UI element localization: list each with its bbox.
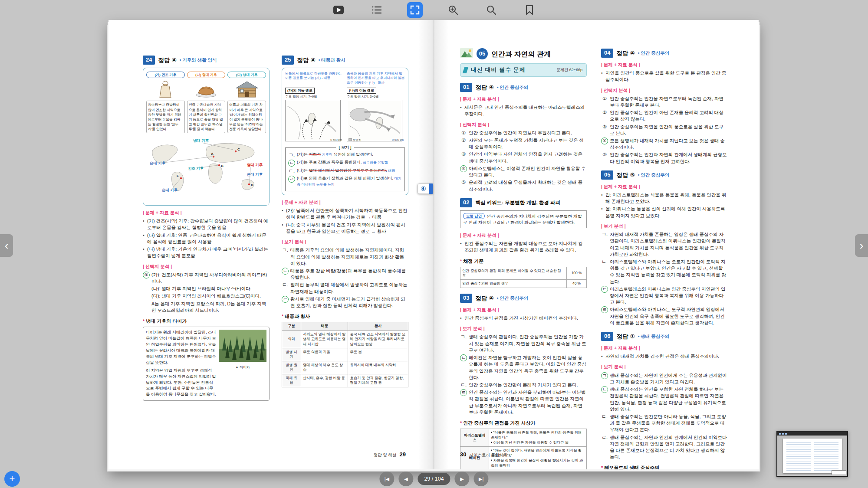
map-point-c: C bbox=[237, 147, 240, 151]
question-02-header: 02 핵심 키워드: 무분별한 개발, 환경 파괴 bbox=[460, 198, 587, 207]
taiga-note-header: *냉대 기후의 타이가 bbox=[143, 318, 270, 325]
map-label-temperate-1: 온대 기후 bbox=[150, 161, 166, 165]
footer-label: 자이스토리 통합사회 1 bbox=[469, 452, 511, 458]
bogi-analysis-header: | 보기 분석 | bbox=[282, 239, 408, 245]
legend-label: 발원지 bbox=[353, 138, 362, 142]
topic-label: • 태풍과 황사 bbox=[319, 57, 345, 63]
climate-label: (다) 냉대 기후 bbox=[227, 72, 266, 79]
taiga-photo: ▲ 타이가 bbox=[219, 330, 266, 398]
answer-label: 정답 ④ bbox=[158, 56, 176, 65]
analysis-header: | 문제 + 자료 분석 | bbox=[460, 232, 587, 239]
bogi-box: [ 보기 ] ㄱ. (가)는 지형적 기후적 요인에 의해 발생한다. ㄴ (가… bbox=[285, 147, 405, 191]
analysis-item: 인간 중심주의는 자연을 개발의 대상으로 보아 지나치게 강조되면 생태계 파… bbox=[460, 240, 587, 253]
choice-item: (다): 냉대 기후 지역인 러시아의 베르호얀스크(C)이다. bbox=[143, 293, 270, 299]
bookmark-icon[interactable] bbox=[522, 2, 537, 18]
prev-page-button[interactable]: ◀ bbox=[398, 472, 413, 486]
climate-card: (나) 열대 기후 연중 고온다습한 지역으로 음식이 쉽게 상하기 때문에 향… bbox=[187, 72, 226, 133]
choice-item: ⑤윤리적 고려의 대상을 무생물까지 확대하는 것은 생태 중심주의이다. bbox=[460, 179, 587, 192]
choice-item: ④ (가): 건조(사막) 기후 지역인 사우디아라비아의 리야드(B)이다. bbox=[143, 272, 270, 285]
page-indicator[interactable]: 29 / 104 bbox=[418, 473, 450, 485]
chevron-left-icon: ‹ bbox=[5, 239, 9, 252]
correct-answer-mark: ④ bbox=[143, 272, 150, 278]
analysis-list: (가) 건조(사막) 기후: 강수량보다 증발량이 많아 건조하여 예로부터 온… bbox=[143, 218, 270, 259]
bogi-analysis-item: ㄱ.자연의 내재적 가치를 존중하는 입장은 생태 중심주의 자연관이다. 아리… bbox=[601, 231, 728, 258]
thinkers-header: *인간 중심주의 관점을 가진 사상가 bbox=[460, 420, 587, 427]
model-answer-chip: 모범 답안 bbox=[463, 213, 485, 219]
map-title: (가)의 이동 경로 bbox=[285, 88, 315, 94]
analysis-header: | 문제 + 자료 분석 | bbox=[601, 62, 728, 68]
choice-item: ②자연의 모든 존재가 도덕적 가치를 지닌다고 보는 것은 생태 중심주의이다… bbox=[460, 137, 587, 150]
left-page-footer: 정답 및 해설 29 bbox=[374, 451, 406, 458]
question-24-header: 24 정답 ④ • 기후와 생활 양식 bbox=[143, 56, 270, 65]
correction-note: 기후적 bbox=[322, 153, 332, 157]
thinker-row: 아리스토텔레스• "식물은 동물의 생존을 위해, 동물은 인간의 생존을 위해… bbox=[460, 429, 587, 446]
next-page-arrow[interactable]: › bbox=[855, 234, 868, 257]
bogi-analysis-item: ㄱ생태 중심주의는 자연이 인간에게 주는 유용성과 관계없이 그 자체로 존중… bbox=[601, 372, 728, 385]
map-label-temperate-3: 온대 기후 bbox=[162, 188, 178, 192]
left-column-2: 25 정답 ④ • 태풍과 황사 남쪽에서 북쪽으로 한반도를 관통하는 이동 … bbox=[282, 55, 408, 387]
bogi-analysis-item: ㄴ생태 중심주의는 인간을 포함한 자연 전체를 하나로 보는 전일론적 관점을… bbox=[601, 386, 728, 413]
last-page-button[interactable]: ▶| bbox=[474, 472, 489, 486]
choice-item: ③인간의 이익보다 자연 전체의 안정을 먼저 고려하는 것은 생태 중심주의이… bbox=[460, 151, 587, 164]
thinkers-table: 아리스토텔레스• "식물은 동물의 생존을 위해, 동물은 인간의 생존을 위해… bbox=[460, 429, 587, 469]
answer-label: 정답 ④ bbox=[616, 49, 635, 58]
analysis-item: (나): 중국 서부와 몽골의 건조 기후 지역에서 발원하여 편서풍을 타고 … bbox=[282, 222, 408, 235]
add-button[interactable]: + bbox=[4, 471, 20, 487]
prev-page-arrow[interactable]: ‹ bbox=[0, 234, 13, 257]
choice-text: (나): 열대 기후 지역인 브라질의 마나우스(E)이다. bbox=[151, 285, 251, 292]
marker-tab-handle bbox=[429, 183, 433, 194]
unit-title: 인간과 자연의 관계 bbox=[491, 49, 551, 59]
rubric-title: 채점 기준 bbox=[463, 259, 483, 264]
next-page-button[interactable]: ▶ bbox=[455, 472, 470, 486]
first-page-button[interactable]: |◀ bbox=[379, 472, 394, 486]
topic-label: • 기후와 생활 양식 bbox=[180, 57, 217, 63]
bogi-item: ㄹ (나)로 인해 호흡기 질환과 같은 신체 피해가 발생한다. 대기 중 미… bbox=[288, 176, 402, 187]
banner-title: 내신 대비 필수 문제 bbox=[471, 66, 526, 74]
analysis-item: 갑: 아리스토텔레스는 식물은 동물을 위해, 동물은 인간을 위해 존재한다고… bbox=[601, 192, 728, 205]
map-legend: 발원지 bbox=[349, 138, 362, 142]
analysis-item: 자연의 내재적 가치를 강조한 관점은 생태 중심주의이다. bbox=[601, 353, 728, 360]
bogi-text: (나)는 열대 해상에서 발생하여 고위도로 이동한다. 태풍 bbox=[297, 168, 395, 174]
chevron-right-icon: › bbox=[860, 239, 864, 252]
bogi-text: (가)는 지형적 기후적 요인에 의해 발생한다. bbox=[297, 152, 373, 157]
rubric-header: *채점 기준 bbox=[460, 258, 587, 265]
annotation-yellow-dust: 중국과 몽골의 건조 기후 지역에서 발원하여 편서풍을 타고 우리나라와 일본… bbox=[347, 72, 405, 85]
analysis-item: 제시문은 고대 인간 중심주의를 대표하는 아리스토텔레스의 주장이다. bbox=[460, 104, 587, 117]
book-spread: 24 정답 ④ • 기후와 생활 양식 (가) 건조 기후 강수량보다 증발량이… bbox=[108, 20, 759, 469]
choices-header: | 선택지 분석 | bbox=[460, 121, 587, 128]
desert-clothing-illustration bbox=[146, 79, 185, 99]
topic-label: • 인간 중심주의 bbox=[497, 295, 529, 301]
table-row: 발생 원인 열대 해상의 해수 온도 상승 유라시아 대륙 내부의 사막화 bbox=[282, 361, 408, 374]
nature-icon bbox=[460, 48, 473, 60]
path-maps: (가)의 이동 경로 주요 발생 시기: 7~9월 bbox=[285, 87, 405, 143]
table-row: 발생 시기 주로 여름과 가을 주로 봄 bbox=[282, 348, 408, 361]
bogi-analysis-item: ㄱ.생태 중심주의 관점이다. 인간 중심주의는 인간을 가장 가치 있는 존재… bbox=[460, 334, 587, 354]
unit-number: 05 bbox=[477, 48, 488, 59]
thumbnail-page-label bbox=[832, 470, 846, 475]
question-number-badge: 05 bbox=[601, 170, 613, 180]
typhoon-dust-table: 구분 태풍 황사 의미 저위도의 열대 해상에서 발생해 고위도로 이동하는 열… bbox=[282, 322, 408, 387]
answer-marker-tab[interactable]: ④ bbox=[418, 183, 433, 194]
fullscreen-icon[interactable] bbox=[407, 2, 423, 18]
analysis-item: (가) 건조(사막) 기후: 강수량보다 증발량이 많아 건조하여 예로부터 온… bbox=[143, 218, 270, 231]
analysis-header: | 문제 + 자료 분석 | bbox=[601, 345, 728, 351]
bogi-analysis-item: ㄹ 황사로 인해 대기 중 미세먼지 농도가 급격히 상승하게 되면 호흡기, … bbox=[282, 296, 408, 309]
taiga-note-text: 타이가는 원래 시베리아에 발달한, 소나무처럼 잎이 바늘같이 뾰족한 나무가… bbox=[146, 330, 216, 398]
choice-text: A는 온대 기후 지역인 프랑스의 파리, D는 온대 기후 지역인 오스트레일… bbox=[151, 301, 270, 314]
analysis-header: | 문제 + 자료 분석 | bbox=[460, 96, 587, 102]
toc-icon[interactable] bbox=[369, 2, 385, 18]
search-icon[interactable] bbox=[483, 2, 499, 18]
choice-text: (가): 건조(사막) 기후 지역인 사우디아라비아의 리야드(B)이다. bbox=[151, 272, 270, 285]
choice-item: ④아리스토텔레스는 이성적 존재인 인간이 자연을 활용할 수 있다고 본다. bbox=[460, 165, 587, 178]
answer-label: 정답 ④ bbox=[297, 56, 315, 65]
media-icon[interactable] bbox=[331, 2, 346, 18]
choice-text: (다): 냉대 기후 지역인 러시아의 베르호얀스크(C)이다. bbox=[151, 293, 261, 299]
viewer-toolbar bbox=[0, 0, 868, 20]
page-thumbnail-panel[interactable] bbox=[776, 431, 848, 477]
bogi-analysis-item: ㄴ베이컨은 자연을 탐구하고 개발하는 것이 인간의 삶을 풍요롭게 하는 데 … bbox=[460, 354, 587, 381]
zoom-in-icon[interactable] bbox=[445, 2, 461, 18]
log-house-illustration bbox=[227, 79, 266, 99]
bogi-analysis-item: ㄹ.생태 중심주의는 자연과 인간의 관계에서 인간의 이익보다 자연 전체의 … bbox=[601, 434, 728, 461]
analysis-header: | 문제 + 자료 분석 | bbox=[460, 307, 587, 313]
question-number-badge: 03 bbox=[460, 294, 472, 303]
